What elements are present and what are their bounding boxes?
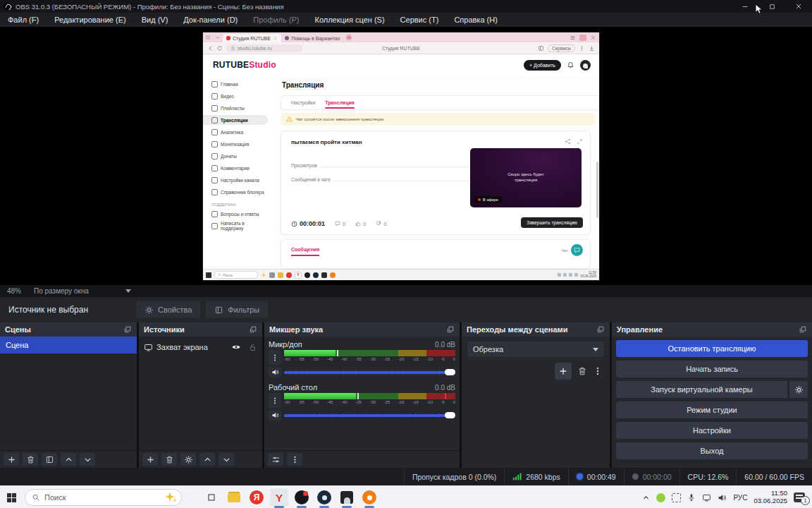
file-explorer-button[interactable] — [225, 488, 243, 507]
task-view-button[interactable] — [202, 488, 221, 507]
studio-mode-button[interactable]: Режим студии — [616, 401, 808, 418]
mic-mute-button[interactable] — [269, 367, 281, 377]
services-button[interactable]: Сервисы — [548, 44, 575, 52]
close-button[interactable] — [785, 0, 812, 13]
expand-icon[interactable] — [577, 138, 583, 145]
scene-up-button[interactable] — [61, 453, 76, 466]
page-scrollbar[interactable] — [596, 162, 598, 218]
menu-scene-collection[interactable]: Коллекция сцен (S) — [307, 13, 392, 27]
desktop-volume-handle[interactable] — [445, 412, 455, 418]
antivirus-tray-icon[interactable] — [656, 493, 665, 502]
menu-tools[interactable]: Сервис (T) — [393, 13, 447, 27]
sidebar-item-monetization[interactable]: Монетизация — [203, 139, 268, 149]
transition-kebab-button[interactable] — [593, 366, 603, 376]
extensions-icon[interactable] — [579, 45, 585, 52]
scenes-popout-icon[interactable] — [123, 325, 132, 334]
reload-icon[interactable] — [216, 45, 223, 52]
settings-button[interactable]: Настройки — [616, 422, 808, 439]
add-transition-button[interactable] — [555, 363, 572, 380]
desktop-mute-button[interactable] — [269, 410, 281, 421]
mixer-popout-icon[interactable] — [446, 325, 455, 334]
likes-counter[interactable]: 0 — [355, 221, 366, 227]
yandex-app-button[interactable]: Я — [247, 488, 266, 507]
sidebar-item-channel-settings[interactable]: Настройки канала — [203, 175, 268, 185]
mic-volume-handle[interactable] — [445, 369, 455, 375]
source-item[interactable]: Захват экрана — [139, 339, 262, 355]
browser-tab-active[interactable]: Студия RUTUBE — [223, 34, 281, 42]
messages-tab[interactable]: Сообщения — [291, 247, 319, 256]
dislikes-counter[interactable]: 0 — [376, 221, 386, 227]
zoom-caret-icon[interactable] — [125, 289, 131, 293]
start-virtual-camera-button[interactable]: Запуск виртуальной камеры — [616, 381, 787, 398]
tab-settings[interactable]: Настройки — [291, 100, 315, 105]
photos-app-button[interactable] — [338, 488, 356, 507]
sidebar-item-playlists[interactable]: Плейлисты — [203, 103, 268, 113]
remove-scene-button[interactable] — [23, 453, 38, 466]
menu-help[interactable]: Справка (H) — [446, 13, 505, 27]
bookmarks-icon[interactable] — [538, 45, 544, 52]
yandex-browser-button[interactable]: Y — [270, 488, 288, 507]
microphone-tray-icon[interactable] — [687, 493, 696, 502]
remove-transition-button[interactable] — [577, 366, 587, 376]
mic-volume-slider[interactable] — [284, 368, 455, 377]
taskbar-clock[interactable]: 11:50 03.06.2025 — [753, 490, 787, 505]
network-tray-icon[interactable] — [702, 493, 711, 502]
preview-area[interactable]: Студия RUTUBE Помощь в Вариантах – — [0, 27, 812, 285]
end-stream-button[interactable]: Завершить трансляцию — [521, 217, 583, 228]
steam-button[interactable] — [315, 488, 333, 507]
filters-button[interactable]: Фильтры — [206, 301, 268, 318]
sidebar-item-video[interactable]: Видео — [203, 91, 268, 101]
properties-button[interactable]: Свойства — [136, 301, 200, 318]
tab-groups-icon[interactable] — [205, 35, 211, 40]
orange-app-button[interactable] — [360, 488, 379, 507]
browser-tab-second[interactable]: Помощь в Вариантах — [281, 34, 343, 42]
notifications-bell-icon[interactable] — [567, 61, 574, 69]
add-source-button[interactable] — [142, 453, 158, 466]
snip-tray-icon[interactable] — [672, 493, 681, 502]
exit-button[interactable]: Выход — [616, 442, 808, 459]
controls-popout-icon[interactable] — [799, 325, 807, 334]
notification-center-button[interactable]: 1 — [794, 492, 805, 502]
menu-view[interactable]: Вид (V) — [134, 13, 176, 27]
sidebar-item-donations[interactable]: Донаты — [203, 151, 268, 161]
sidebar-item-contact-support[interactable]: Написать в поддержку — [203, 221, 268, 231]
desktop-volume-slider[interactable] — [284, 411, 455, 420]
browser-maximize-icon[interactable] — [579, 35, 586, 41]
sidebar-item-home[interactable]: Главная — [203, 79, 268, 89]
start-button[interactable] — [7, 493, 16, 502]
add-scene-button[interactable] — [4, 453, 19, 466]
scene-down-button[interactable] — [80, 453, 95, 466]
music-app-button[interactable] — [293, 488, 311, 507]
remove-source-button[interactable] — [161, 453, 177, 466]
new-tab-button[interactable]: – — [346, 35, 352, 40]
start-recording-button[interactable]: Начать запись — [616, 361, 808, 377]
menu-file[interactable]: Файл (F) — [0, 13, 47, 27]
mixer-advanced-audio-button[interactable] — [268, 453, 283, 466]
visibility-eye-icon[interactable] — [231, 342, 241, 352]
browser-menu-icon[interactable] — [570, 35, 576, 41]
scene-item[interactable]: Сцена — [0, 337, 137, 353]
virtual-camera-settings-button[interactable] — [789, 381, 808, 398]
chat-widget-button[interactable] — [571, 244, 583, 256]
stop-streaming-button[interactable]: Остановить трансляцию — [616, 340, 808, 357]
download-icon[interactable] — [589, 45, 595, 52]
tab-collapse-icon[interactable] — [215, 35, 221, 40]
tab-broadcast[interactable]: Трансляция — [325, 100, 355, 105]
source-properties-button[interactable] — [180, 453, 196, 466]
language-indicator[interactable]: РУС — [733, 494, 747, 502]
lock-icon[interactable] — [248, 343, 257, 352]
desktop-options-kebab[interactable] — [269, 393, 281, 408]
zoom-mode-select[interactable]: По размеру окна — [34, 287, 89, 295]
transitions-popout-icon[interactable] — [596, 325, 605, 334]
sidebar-item-analytics[interactable]: Аналитика — [203, 127, 268, 137]
back-icon[interactable] — [207, 45, 214, 52]
stream-thumbnail[interactable]: Скоро здесь будеттрансляция В эфире — [470, 148, 582, 207]
source-up-button[interactable] — [199, 453, 215, 466]
volume-tray-icon[interactable] — [718, 493, 727, 502]
menu-edit[interactable]: Редактирование (E) — [47, 13, 134, 27]
sidebar-item-guide[interactable]: Справочник блогера — [203, 187, 268, 197]
mixer-kebab-button[interactable] — [287, 453, 302, 466]
add-button[interactable]: + Добавить — [524, 60, 561, 71]
url-bar[interactable]: studio.rutube.ru — [226, 44, 302, 52]
source-down-button[interactable] — [219, 453, 234, 466]
